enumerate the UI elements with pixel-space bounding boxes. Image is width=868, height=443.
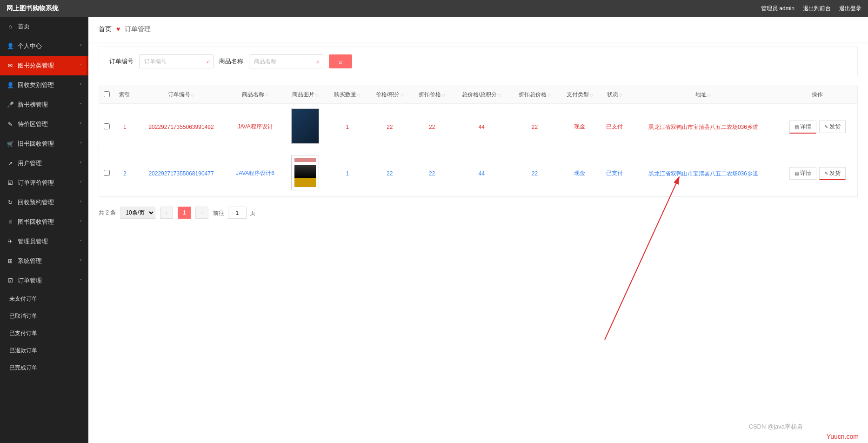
detail-icon: ▤ [795, 171, 799, 176]
sidebar-item-9[interactable]: ↻回收预约管理˅ [0, 193, 88, 212]
col-header[interactable]: 操作 [778, 86, 857, 104]
cell-total: 44 [453, 104, 510, 150]
menu-icon: ↻ [7, 199, 14, 206]
next-page-button[interactable]: › [195, 207, 208, 219]
col-header[interactable]: 折扣总价格◇ [510, 86, 559, 104]
top-header: 网上图书购物系统 管理员 admin 退出到前台 退出登录 [0, 0, 868, 17]
cell-status: 已支付 [600, 104, 629, 150]
menu-icon: 🎤 [7, 101, 14, 108]
detail-button[interactable]: ▤详情 [789, 167, 816, 180]
sidebar-item-12[interactable]: ⊞系统管理˅ [0, 251, 88, 271]
order-no-label: 订单编号 [109, 57, 134, 66]
filter-bar: 订单编号 ⌕ 商品名称 ⌕ ⌕ [99, 47, 858, 76]
sidebar-item-10[interactable]: ≡图书回收管理˅ [0, 212, 88, 232]
cell-idx: 1 [114, 104, 135, 150]
row-checkbox[interactable] [104, 123, 110, 129]
cell-status: 已支付 [600, 150, 629, 197]
sort-icon: ◇ [357, 93, 361, 97]
ship-button[interactable]: ✎发货 [819, 167, 846, 180]
page-1-button[interactable]: 1 [178, 207, 191, 219]
menu-icon: ↗ [7, 160, 14, 167]
sidebar-item-label: 图书分类管理 [18, 61, 54, 70]
goto-page-input[interactable] [228, 207, 247, 219]
search-icon: ⌕ [316, 58, 320, 65]
prev-page-button[interactable]: ‹ [160, 207, 173, 219]
sort-icon: ◇ [548, 93, 551, 97]
cell-image [284, 150, 327, 197]
cell-price: 22 [368, 150, 411, 197]
row-checkbox[interactable] [104, 170, 110, 176]
sidebar-item-4[interactable]: 🎤新书榜管理˅ [0, 95, 88, 114]
cell-pay-type: 现金 [559, 104, 601, 150]
chevron-down-icon: ˅ [80, 83, 82, 88]
book-thumbnail [291, 155, 319, 190]
order-no-input[interactable] [139, 54, 214, 68]
sidebar-item-8[interactable]: ☑订单评价管理˅ [0, 173, 88, 193]
sidebar-item-11[interactable]: ✈管理员管理˅ [0, 232, 88, 251]
search-button[interactable]: ⌕ [329, 54, 352, 68]
col-header[interactable]: 购买数量◇ [327, 86, 368, 104]
product-name-input[interactable] [249, 54, 323, 68]
select-all-checkbox[interactable] [104, 91, 110, 97]
breadcrumb-home[interactable]: 首页 [99, 25, 112, 33]
menu-icon: ☑ [7, 277, 14, 284]
col-header[interactable]: 价格/积分◇ [368, 86, 411, 104]
sidebar-item-3[interactable]: 👤回收类别管理˅ [0, 75, 88, 95]
sidebar-item-label: 系统管理 [18, 257, 42, 265]
menu-icon: ✉ [7, 62, 14, 69]
sidebar-item-label: 管理员管理 [18, 237, 48, 246]
sort-icon: ◇ [265, 93, 268, 97]
sidebar-item-7[interactable]: ↗用户管理˅ [0, 154, 88, 173]
col-header[interactable]: 折扣价格◇ [411, 86, 453, 104]
sort-icon: ◇ [498, 93, 501, 97]
header-actions: 管理员 admin 退出到前台 退出登录 [761, 5, 861, 13]
menu-icon: ⊞ [7, 258, 14, 264]
col-header[interactable]: 总价格/总积分◇ [453, 86, 510, 104]
cell-order-no: 202292717355063991492 [136, 104, 227, 150]
col-header[interactable]: 状态◇ [600, 86, 629, 104]
cell-image [284, 104, 327, 150]
admin-label[interactable]: 管理员 admin [761, 5, 795, 13]
col-header[interactable]: 索引 [114, 86, 135, 104]
menu-icon: ☑ [7, 180, 14, 186]
chevron-down-icon: ˅ [80, 141, 82, 147]
col-header[interactable]: 商品图片◇ [284, 86, 327, 104]
sidebar-item-2[interactable]: ✉图书分类管理˅ [0, 56, 88, 75]
cell-order-no: 202292717355068190477 [136, 150, 227, 197]
cell-total: 44 [453, 150, 510, 197]
sidebar-item-label: 回收类别管理 [18, 81, 54, 89]
chevron-down-icon: ˅ [80, 44, 82, 49]
menu-icon: ≡ [7, 219, 14, 225]
menu-icon: ✈ [7, 238, 14, 245]
sidebar-item-6[interactable]: 🛒旧书回收管理˅ [0, 134, 88, 154]
ship-button[interactable]: ✎发货 [819, 121, 846, 133]
back-to-front-link[interactable]: 退出到前台 [803, 5, 831, 13]
sidebar-subitem-2[interactable]: 已支付订单 [0, 325, 88, 342]
cell-price: 22 [368, 104, 411, 150]
logout-link[interactable]: 退出登录 [839, 5, 861, 13]
page-size-select[interactable]: 10条/页 [120, 207, 155, 219]
detail-button[interactable]: ▤详情 [789, 121, 816, 134]
col-header[interactable]: 商品名称◇ [227, 86, 283, 104]
sidebar-item-label: 订单管理 [18, 276, 42, 285]
sidebar-subitem-1[interactable]: 已取消订单 [0, 308, 88, 325]
col-header[interactable]: 支付类型◇ [559, 86, 601, 104]
sidebar: ⌂首页👤个人中心˅✉图书分类管理˅👤回收类别管理˅🎤新书榜管理˅✎特价区管理˅🛒… [0, 17, 88, 443]
cell-discount-total: 22 [510, 104, 559, 150]
sidebar-item-1[interactable]: 👤个人中心˅ [0, 36, 88, 56]
sidebar-subitem-0[interactable]: 未支付订单 [0, 290, 88, 308]
sidebar-item-0[interactable]: ⌂首页 [0, 17, 88, 36]
chevron-down-icon: ˅ [80, 63, 82, 68]
sidebar-item-13[interactable]: ☑订单管理˄ [0, 271, 88, 290]
sort-icon: ◇ [708, 93, 711, 97]
ship-icon: ✎ [824, 124, 828, 129]
sidebar-subitem-3[interactable]: 已退款订单 [0, 342, 88, 359]
sidebar-item-5[interactable]: ✎特价区管理˅ [0, 114, 88, 134]
sidebar-item-label: 回收预约管理 [18, 198, 54, 207]
orders-table: 索引订单编号◇商品名称◇商品图片◇购买数量◇价格/积分◇折扣价格◇总价格/总积分… [99, 86, 858, 197]
sidebar-subitem-4[interactable]: 已完成订单 [0, 359, 88, 376]
col-header[interactable]: 订单编号◇ [136, 86, 227, 104]
col-header[interactable]: 地址◇ [629, 86, 777, 104]
cell-discount: 22 [411, 104, 453, 150]
cell-pay-type: 现金 [559, 150, 601, 197]
